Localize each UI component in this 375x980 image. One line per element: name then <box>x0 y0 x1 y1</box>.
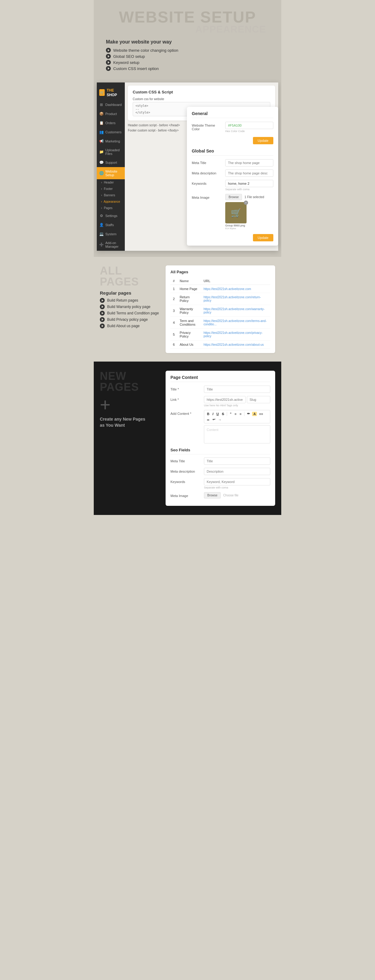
seo-keywords-input[interactable] <box>204 478 270 485</box>
sidebar-item-system[interactable]: 💻 System <box>97 229 125 239</box>
highlight-button[interactable]: A <box>252 412 257 416</box>
meta-title-field <box>225 159 273 167</box>
sidebar-item-settings[interactable]: ⚙ Settings <box>97 211 125 220</box>
play-icon <box>100 323 105 328</box>
sidebar-item-label: Uploaded Files <box>105 148 122 156</box>
sidebar-item-customers[interactable]: 👥 Customers <box>97 127 125 137</box>
meta-desc-input[interactable] <box>225 170 273 177</box>
table-row: 4 Term and Conditions https://test2021sh… <box>170 317 270 329</box>
link-field: Use here No Html Tags only <box>204 396 270 407</box>
row-url[interactable]: https://test2021sh.activeitzone.com/abou… <box>201 340 270 349</box>
section-divider <box>94 257 281 259</box>
play-icon <box>106 54 111 59</box>
content-placeholder: Content <box>207 428 219 431</box>
edit-button[interactable]: ✏ <box>246 412 251 416</box>
list-item: Build Warranty policy page <box>100 304 161 309</box>
sidebar-sub-footer[interactable]: › Footer <box>97 186 125 192</box>
keywords-input[interactable] <box>225 180 273 187</box>
undo-button[interactable]: ↩ <box>211 417 216 422</box>
play-icon <box>100 298 105 303</box>
css-card-title: Custom CSS & Script <box>133 90 270 94</box>
sidebar-item-staffs[interactable]: 👤 Staffs <box>97 220 125 229</box>
sidebar-item-support[interactable]: 💬 Support <box>97 158 125 167</box>
editor-separator <box>227 412 227 416</box>
support-icon: 💬 <box>99 161 103 165</box>
seo-update-button[interactable]: Update <box>253 234 273 241</box>
sidebar-item-label: Staffs <box>105 223 114 227</box>
dashboard-icon: ⊞ <box>99 103 103 107</box>
play-icon <box>106 60 111 65</box>
redo-button[interactable]: → <box>217 418 222 422</box>
row-url[interactable]: https://test2021sh.activeitzone.com <box>201 285 270 293</box>
sidebar-sub-pages[interactable]: › Pages <box>97 205 125 211</box>
sidebar-item-uploaded-files[interactable]: 📁 Uploaded Files <box>97 146 125 158</box>
link-url-input[interactable] <box>204 396 246 403</box>
new-pages-desc-line2: as You Want <box>100 423 125 428</box>
sidebar-sub-banners[interactable]: › Banners <box>97 192 125 199</box>
row-url[interactable]: https://test2021sh.activeitzone.com/retu… <box>201 293 270 305</box>
quote-button[interactable]: " <box>229 412 232 416</box>
browse-button[interactable]: Browse <box>225 194 242 200</box>
sidebar-item-label: Orders <box>105 121 116 125</box>
seo-update-btn-row: Update <box>192 233 273 241</box>
content-field: B I U S " ≡ ≡ ✏ A ≡≡ ∞ ↩ → <box>204 410 270 444</box>
pages-left: ALL PAGES Regular pages Build Return pag… <box>100 266 161 330</box>
align-button[interactable]: ≡≡ <box>258 412 264 416</box>
row-num: 5 <box>170 329 177 340</box>
seo-browse-row: Browse Choose file <box>204 492 270 498</box>
sidebar-item-marketing[interactable]: 📢 Marketing <box>97 137 125 146</box>
logo-icon: 🛒 <box>99 89 105 96</box>
close-image-button[interactable]: × <box>244 200 248 205</box>
product-icon: 📦 <box>99 112 103 116</box>
new-pages-right: Page Content Title * Link * Use here No … <box>165 371 275 506</box>
sidebar-item-website-setup[interactable]: 🌐 Website Setup <box>97 167 125 179</box>
row-num: 1 <box>170 285 177 293</box>
sidebar-item-addon[interactable]: ➕ Add-on Manager <box>97 239 125 251</box>
feature-text: Custom CSS insert option <box>113 66 159 71</box>
seo-section: Seo Fields Meta Title Meta description K… <box>170 448 270 498</box>
theme-color-label: Website Theme Color <box>192 122 222 131</box>
section-divider-2 <box>94 359 281 361</box>
strikethrough-button[interactable]: S <box>221 412 225 416</box>
content-editor[interactable]: Content <box>204 425 270 444</box>
seo-meta-desc-input[interactable] <box>204 468 270 475</box>
list-button[interactable]: ≡ <box>234 412 237 416</box>
new-pages-left: NEW PAGES + Create any New Pages as You … <box>100 371 161 428</box>
bold-button[interactable]: B <box>206 412 210 416</box>
general-update-button[interactable]: Update <box>253 137 273 144</box>
keywords-row: Keywords Separate with coma <box>192 180 273 191</box>
page-title-input[interactable] <box>204 386 270 393</box>
seo-meta-desc-row: Meta description <box>170 468 270 475</box>
sidebar-item-dashboard[interactable]: ⊞ Dashboard <box>97 100 125 109</box>
sidebar-sub-appearance[interactable]: › Appearance <box>97 199 125 205</box>
logo-text: THE SHOP <box>106 88 122 97</box>
seo-meta-desc-field <box>204 468 270 475</box>
underline-button[interactable]: U <box>216 412 220 416</box>
sidebar-item-orders[interactable]: 📋 Orders <box>97 118 125 127</box>
ordered-list-button[interactable]: ≡ <box>238 412 242 416</box>
link-editor-button[interactable]: ∞ <box>206 418 210 422</box>
regular-pages-label: Regular pages <box>100 290 161 296</box>
seo-browse-button[interactable]: Browse <box>204 492 221 498</box>
meta-image-field: Browse 1 File selected 🛒 × Group 8860.pn… <box>225 194 273 230</box>
feature-item: Website theme color changing option <box>106 48 275 52</box>
row-url[interactable]: https://test2021sh.activeitzone.com/term… <box>201 317 270 329</box>
title-field <box>204 386 270 393</box>
page-item-text: Build About us page <box>107 324 140 328</box>
theme-color-input[interactable] <box>225 122 273 129</box>
new-pages-desc-line1: Create any New Pages <box>100 417 145 422</box>
sidebar-sub-header[interactable]: › Header <box>97 179 125 186</box>
meta-title-input[interactable] <box>225 159 273 167</box>
row-url[interactable]: https://test2021sh.activeitzone.com/warr… <box>201 305 270 317</box>
row-url[interactable]: https://test2021sh.activeitzone.com/priv… <box>201 329 270 340</box>
row-num: 6 <box>170 340 177 349</box>
seo-meta-title-input[interactable] <box>204 457 270 465</box>
seo-choose-text: Choose file <box>223 494 238 497</box>
keywords-hint: Separate with coma <box>225 188 273 191</box>
sidebar-item-product[interactable]: 📦 Product <box>97 109 125 118</box>
italic-button[interactable]: I <box>211 412 214 416</box>
slug-input[interactable] <box>247 396 270 403</box>
play-icon <box>100 317 105 322</box>
system-icon: 💻 <box>99 232 103 236</box>
editor-toolbar: B I U S " ≡ ≡ ✏ A ≡≡ ∞ ↩ → <box>204 410 270 423</box>
